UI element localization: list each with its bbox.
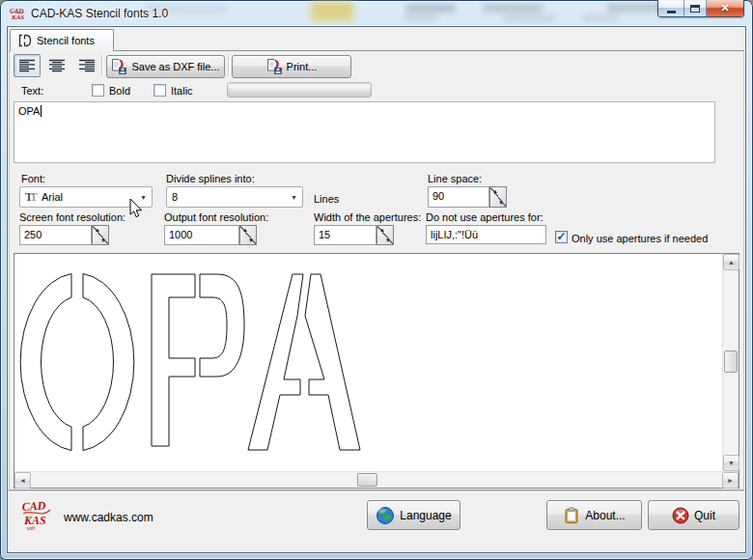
no-aperture-field[interactable]: lijLIJ,:"!Üü <box>426 225 546 244</box>
aperture-width-label: Width of the apertures: <box>314 211 421 223</box>
glass-reflection <box>311 1 353 21</box>
glass-reflection <box>483 4 543 13</box>
glass-reflection <box>502 14 556 21</box>
output-res-spinner[interactable]: ▲ ▼ <box>239 225 257 245</box>
vertical-scrollbar[interactable]: ▲ ▼ <box>722 254 739 471</box>
only-apertures-checkbox[interactable]: ✓ <box>555 231 568 243</box>
titlebar[interactable]: CAD KAS CAD-KAS Stencil fonts 1.0 ✕ <box>0 0 753 27</box>
italic-checkbox[interactable] <box>153 84 166 97</box>
bold-label[interactable]: Bold <box>109 85 130 97</box>
quit-icon <box>672 507 689 524</box>
tab-stencil-fonts[interactable]: Stencil fonts <box>10 29 114 51</box>
align-left-button[interactable] <box>14 54 41 77</box>
text-caret <box>41 105 42 117</box>
window-controls: ✕ <box>657 0 744 17</box>
only-apertures-label[interactable]: Only use apertures if needed <box>572 233 708 244</box>
screen-res-field[interactable]: 250 <box>19 225 92 245</box>
scroll-down-button[interactable]: ▼ <box>723 455 739 471</box>
maximize-button[interactable] <box>684 0 707 16</box>
line-space-field[interactable]: 90 <box>428 186 489 208</box>
glass-reflection <box>581 14 620 21</box>
scroll-down-icon: ▼ <box>728 460 735 466</box>
spin-up-icon[interactable]: ▲ <box>492 188 498 194</box>
chevron-down-icon[interactable]: ▼ <box>140 194 147 201</box>
about-label: About... <box>585 509 625 522</box>
align-center-button[interactable] <box>43 54 70 77</box>
horizontal-scrollbar[interactable]: ◄ ► <box>14 471 739 488</box>
screen-res-value: 250 <box>24 229 42 240</box>
text-label: Text: <box>21 85 43 97</box>
website-link[interactable]: www.cadkas.com <box>64 511 153 524</box>
align-right-icon <box>78 59 96 73</box>
language-button[interactable]: Language <box>367 500 460 530</box>
text-input[interactable]: OPA <box>14 101 715 163</box>
footer-panel: CAD KAS soft www.cadkas.com Language Abo… <box>8 491 745 552</box>
tab-label: Stencil fonts <box>37 35 95 46</box>
print-button[interactable]: Print... <box>232 55 351 78</box>
divide-splines-label: Divide splines into: <box>166 173 255 184</box>
save-dxf-button[interactable]: Save as DXF file... <box>106 55 225 78</box>
about-button[interactable]: About... <box>546 500 642 530</box>
scroll-up-button[interactable]: ▲ <box>723 254 739 270</box>
italic-label[interactable]: Italic <box>171 85 193 97</box>
save-dxf-label: Save as DXF file... <box>131 61 219 72</box>
toolbar-separator <box>101 55 103 76</box>
glass-reflection <box>405 4 456 13</box>
language-label: Language <box>400 509 451 522</box>
spin-up-icon[interactable]: ▲ <box>242 227 248 233</box>
stencil-preview: ▲ ▼ ◄ ► <box>14 253 739 489</box>
bold-checkbox[interactable] <box>92 84 104 97</box>
quit-label: Quit <box>694 509 715 522</box>
svg-text:soft: soft <box>27 525 36 531</box>
quit-button[interactable]: Quit <box>648 500 739 530</box>
screen-res-spinner[interactable]: ▲ ▼ <box>92 225 109 245</box>
line-space-spinner[interactable]: ▲ ▼ <box>489 186 507 208</box>
scroll-left-button[interactable]: ◄ <box>14 472 31 489</box>
minimize-button[interactable] <box>658 0 684 16</box>
scroll-right-button[interactable]: ► <box>722 472 739 489</box>
svg-text:CAD: CAD <box>21 498 46 514</box>
output-res-label: Output font resolution: <box>164 211 268 223</box>
align-right-button[interactable] <box>73 54 100 77</box>
screen-res-label: Screen font resolution: <box>19 211 126 223</box>
scroll-right-icon: ► <box>727 477 734 484</box>
spin-down-icon[interactable]: ▼ <box>385 238 391 243</box>
vertical-scroll-thumb[interactable] <box>724 350 738 373</box>
aperture-width-field[interactable]: 15 <box>314 225 376 245</box>
scroll-left-icon: ◄ <box>19 477 26 484</box>
check-icon: ✓ <box>556 231 566 242</box>
align-left-icon <box>18 59 36 73</box>
stencil-letter-p <box>200 274 244 377</box>
scroll-up-icon: ▲ <box>728 259 735 266</box>
spin-up-icon[interactable]: ▲ <box>95 227 100 233</box>
horizontal-scroll-thumb[interactable] <box>357 473 377 487</box>
no-aperture-value: lijLIJ,:"!Üü <box>431 229 478 240</box>
divide-splines-combobox[interactable]: 8 ▼ <box>166 186 303 208</box>
output-res-field[interactable]: 1000 <box>164 225 239 245</box>
export-file-icon <box>266 59 282 74</box>
export-file-icon <box>111 59 126 74</box>
close-button[interactable]: ✕ <box>707 0 743 16</box>
font-combobox[interactable]: TT Arial ▼ <box>19 186 153 208</box>
preview-canvas <box>14 254 722 471</box>
app-logo-icon: CAD KAS <box>10 6 25 21</box>
spin-down-icon[interactable]: ▼ <box>498 200 504 206</box>
aperture-width-value: 15 <box>319 229 330 240</box>
line-space-label: Line space: <box>428 173 482 184</box>
output-res-value: 1000 <box>169 229 192 240</box>
spin-down-icon[interactable]: ▼ <box>100 238 106 243</box>
clipboard-icon <box>563 507 580 524</box>
toolbar-separator <box>228 55 230 76</box>
chevron-down-icon[interactable]: ▼ <box>291 194 297 201</box>
spin-down-icon[interactable]: ▼ <box>248 238 254 243</box>
divide-splines-value: 8 <box>172 191 178 203</box>
lines-label: Lines <box>314 193 339 205</box>
window-title: CAD-KAS Stencil fonts 1.0 <box>31 7 168 20</box>
stencil-letter-p <box>152 274 195 446</box>
aperture-width-spinner[interactable]: ▲ ▼ <box>376 225 394 245</box>
print-label: Print... <box>287 61 318 72</box>
align-center-icon <box>48 59 66 73</box>
spin-up-icon[interactable]: ▲ <box>379 227 385 233</box>
stencil-letter-a <box>305 274 360 450</box>
close-icon: ✕ <box>720 3 729 14</box>
